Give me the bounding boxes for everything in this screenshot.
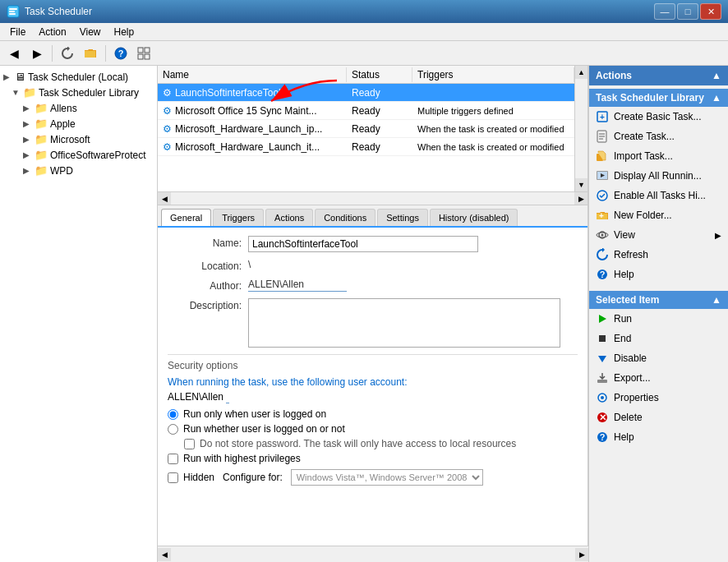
hidden-checkbox[interactable] <box>168 472 178 483</box>
h-scroll-right-bottom[interactable]: ▶ <box>575 548 588 561</box>
menu-file[interactable]: File <box>3 25 32 39</box>
tree-root-icon: 🖥 <box>15 71 25 83</box>
close-button[interactable]: ✕ <box>700 3 721 20</box>
tree-item-microsoft[interactable]: ▶ 📁 Microsoft <box>0 131 157 147</box>
help-library-label: Help <box>614 269 634 280</box>
library-subsection-header[interactable]: Task Scheduler Library ▲ <box>589 89 728 107</box>
create-task-icon <box>596 130 609 143</box>
radio-logged-on-input[interactable] <box>168 409 178 420</box>
description-input[interactable] <box>248 298 560 348</box>
minimize-button[interactable]: — <box>654 3 675 20</box>
selected-item-header[interactable]: Selected Item ▲ <box>589 291 728 309</box>
author-row: Author: ALLEN\Allen <box>168 279 578 292</box>
toolbar-folder[interactable] <box>80 44 101 63</box>
toolbar: ◀ ▶ ? <box>0 41 728 66</box>
run-icon <box>596 312 609 325</box>
col-header-status[interactable]: Status <box>347 67 412 82</box>
task-row[interactable]: ⚙ Microsoft_Hardware_Launch_it... Ready … <box>158 138 574 156</box>
tree-root[interactable]: ▶ 🖥 Task Scheduler (Local) <box>0 69 157 85</box>
action-enable-all[interactable]: Enable All Tasks Hi... <box>589 186 728 205</box>
action-create-task[interactable]: Create Task... <box>589 127 728 146</box>
action-new-folder[interactable]: + New Folder... <box>589 205 728 225</box>
toolbar-sep1 <box>52 45 53 62</box>
action-refresh[interactable]: Refresh <box>589 245 728 265</box>
svg-point-32 <box>601 396 604 399</box>
tree-item-apple[interactable]: ▶ 📁 Apple <box>0 116 157 131</box>
tree-item-officesoftwareprotect[interactable]: ▶ 📁 OfficeSoftwareProtect <box>0 147 157 163</box>
enable-all-icon <box>596 189 609 202</box>
bottom-h-scrollbar: ◀ ▶ <box>158 546 588 562</box>
radio-whether-input[interactable] <box>168 424 178 435</box>
tree-item-library[interactable]: ▼ 📁 Task Scheduler Library <box>0 85 157 100</box>
col-header-triggers[interactable]: Triggers <box>412 67 574 82</box>
tree-root-arrow: ▶ <box>3 72 15 81</box>
display-running-icon <box>596 169 609 182</box>
h-scroll-right[interactable]: ▶ <box>574 192 587 205</box>
menu-bar: File Action View Help <box>0 23 728 41</box>
create-basic-task-label: Create Basic Task... <box>614 111 702 122</box>
svg-rect-30 <box>597 380 607 383</box>
checkbox-password[interactable] <box>184 439 195 449</box>
menu-view[interactable]: View <box>73 25 108 39</box>
tab-settings[interactable]: Settings <box>377 209 428 226</box>
toolbar-help[interactable]: ? <box>110 44 131 63</box>
menu-help[interactable]: Help <box>108 25 141 39</box>
tree-item-wpd[interactable]: ▶ 📁 WPD <box>0 163 157 178</box>
configure-label: Configure for: <box>223 472 283 483</box>
run-highest-row: Run with highest privileges <box>168 453 578 464</box>
task-name-1: Microsoft Office 15 Sync Maint... <box>175 105 317 117</box>
tab-history[interactable]: History (disabled) <box>430 209 518 226</box>
scroll-down-btn[interactable]: ▼ <box>575 178 588 191</box>
toolbar-refresh[interactable] <box>57 44 78 63</box>
action-help-selected[interactable]: ? Help <box>589 427 728 447</box>
maximize-button[interactable]: □ <box>677 3 698 20</box>
toolbar-grid[interactable] <box>133 44 154 63</box>
action-end[interactable]: End <box>589 329 728 348</box>
configure-select[interactable]: Windows Vista™, Windows Server™ 2008 <box>291 469 483 486</box>
task-row[interactable]: ⚙ Microsoft_Hardware_Launch_ip... Ready … <box>158 120 574 138</box>
tab-actions[interactable]: Actions <box>265 209 313 226</box>
checkbox-highest-label: Run with highest privileges <box>183 453 301 464</box>
action-disable[interactable]: Disable <box>589 348 728 368</box>
name-input[interactable] <box>248 236 478 252</box>
toolbar-back[interactable]: ◀ <box>3 44 25 63</box>
location-row: Location: \ <box>168 259 578 272</box>
col-header-name[interactable]: Name <box>158 67 347 82</box>
action-import-task[interactable]: Import Task... <box>589 146 728 166</box>
action-view[interactable]: View ▶ <box>589 225 728 245</box>
h-scroll-left-bottom[interactable]: ◀ <box>158 548 171 561</box>
action-properties[interactable]: Properties <box>589 388 728 408</box>
svg-point-23 <box>601 234 604 237</box>
library-header-label: Task Scheduler Library <box>596 92 704 104</box>
tree-item-allens[interactable]: ▶ 📁 Allens <box>0 100 157 116</box>
tree-microsoft-label: Microsoft <box>50 134 90 145</box>
task-row[interactable]: ⚙ LaunchSoftinterfaceTool Ready <box>158 84 574 102</box>
action-run[interactable]: Run <box>589 309 728 329</box>
task-list: Name Status Triggers ⚙ LaunchSoftinterfa… <box>158 66 587 205</box>
action-export[interactable]: Export... <box>589 368 728 388</box>
action-help-library[interactable]: ? Help <box>589 265 728 284</box>
view-submenu-arrow: ▶ <box>715 231 721 240</box>
action-delete[interactable]: ✕ Delete <box>589 408 728 427</box>
tree-library-label: Task Scheduler Library <box>39 87 139 99</box>
title-bar: Task Scheduler — □ ✕ <box>0 0 728 23</box>
action-display-running[interactable]: Display All Runnin... <box>589 166 728 186</box>
task-icon-1: ⚙ <box>163 105 172 117</box>
task-row[interactable]: ⚙ Microsoft Office 15 Sync Maint... Read… <box>158 102 574 120</box>
title-bar-buttons: — □ ✕ <box>654 3 721 20</box>
tab-triggers[interactable]: Triggers <box>213 209 264 226</box>
list-scrollbar: ▲ ▼ <box>574 66 587 191</box>
checkbox-highest[interactable] <box>168 454 178 464</box>
svg-marker-29 <box>598 356 606 362</box>
h-scroll-left[interactable]: ◀ <box>158 192 171 205</box>
tab-general[interactable]: General <box>161 209 211 226</box>
toolbar-forward[interactable]: ▶ <box>26 44 48 63</box>
scroll-up-btn[interactable]: ▲ <box>575 66 588 79</box>
svg-text:+: + <box>600 113 605 122</box>
properties-icon <box>596 391 609 404</box>
tab-conditions[interactable]: Conditions <box>315 209 376 226</box>
task-list-header: Name Status Triggers <box>158 66 574 84</box>
actions-section-header[interactable]: Actions ▲ <box>589 66 728 85</box>
action-create-basic-task[interactable]: + Create Basic Task... <box>589 107 728 127</box>
menu-action[interactable]: Action <box>32 25 72 39</box>
